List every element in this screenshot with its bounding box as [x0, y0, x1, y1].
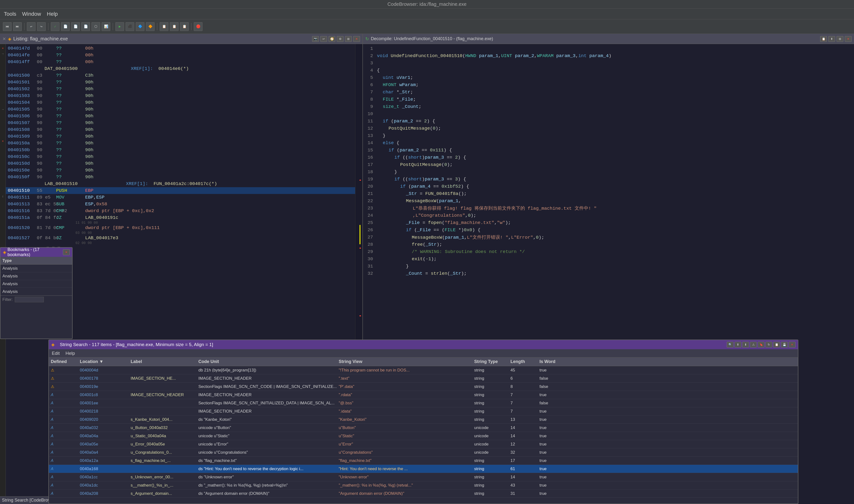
code-line-1[interactable]: 1 — [365, 45, 852, 52]
ss-row-16[interactable]: A 0040a208 s_Argument_domain... ds "Argu… — [49, 489, 798, 498]
code-line-23[interactable]: 23 L"恭喜你获得 flag! flag 将保存到当前文件夹下的 flag_m… — [365, 204, 852, 212]
nav-close2-icon[interactable]: ✕ — [1, 139, 5, 143]
code-line-12[interactable]: 12 PostQuitMessage(0); — [365, 125, 852, 132]
listing-split-btn[interactable]: ⊞ — [345, 36, 352, 42]
ss-row-14[interactable]: A 0040a1cc s_Unknown_error_00... ds "Unk… — [49, 473, 798, 481]
menu-help[interactable]: Help — [47, 11, 58, 17]
listing-row[interactable]: 00401506 90 ?? 90h — [6, 113, 355, 120]
toolbar-btn-doc2[interactable]: 📄 — [71, 22, 80, 31]
toolbar-btn-step2[interactable]: 🔶 — [146, 22, 155, 31]
listing-row[interactable]: 00401509 90 ?? 90h — [6, 133, 355, 140]
ss-row-1[interactable]: ⚠ 0040004d db 21h (byte[64]e_program[13]… — [49, 366, 798, 374]
toolbar-btn-doc3[interactable]: 📄 — [81, 22, 90, 31]
ss-btn-3[interactable]: ⬇ — [742, 342, 749, 347]
toolbar-btn-run[interactable]: ▶ — [115, 22, 124, 31]
nav-arrow-icon[interactable]: → — [1, 52, 5, 56]
code-line-7[interactable]: 7 char *_Str; — [365, 89, 852, 96]
code-line-20[interactable]: 20 if (param_4 == 0x1bf52) { — [365, 183, 852, 190]
listing-row[interactable]: 00401507 90 ?? 90h — [6, 120, 355, 126]
decompile-snap-btn[interactable]: 📋 — [820, 36, 827, 42]
code-line-19[interactable]: 19 if ((short)param_3 == 3) { — [365, 176, 852, 183]
code-line-25[interactable]: 25 _File = fopen("flag_machine.txt","w")… — [365, 219, 852, 227]
code-line-29[interactable]: 29 /* WARNING: Subroutine does not retur… — [365, 248, 852, 255]
code-line-2[interactable]: 2 void UndefinedFunction_00401510(HWND p… — [365, 52, 852, 59]
listing-row[interactable]: 00401508 90 ?? 90h — [6, 126, 355, 133]
ss-row-2[interactable]: ⚠ 00400178 IMAGE_SECTION_HE... IMAGE_SEC… — [49, 374, 798, 383]
listing-snap-btn[interactable]: 📷 — [312, 36, 319, 42]
listing-restore-btn[interactable]: ↩ — [320, 36, 327, 42]
toolbar-btn-more[interactable]: 📋 — [160, 22, 168, 31]
ss-btn-2[interactable]: ⬆ — [734, 342, 741, 347]
code-line-17[interactable]: 17 PostQuitMessage(0); — [365, 161, 852, 168]
code-line-21[interactable]: 21 _Str = FUN_00401f8a(); — [365, 190, 852, 197]
listing-settings-btn[interactable]: ⚙ — [337, 36, 343, 42]
code-line-14[interactable]: 14 else { — [365, 139, 852, 147]
ss-menu-help[interactable]: Help — [66, 351, 75, 356]
bm-close-btn[interactable]: ✕ — [63, 249, 70, 255]
listing-row[interactable]: 00401500 c3 ?? C3h — [6, 72, 355, 79]
ss-row-6[interactable]: A 00400218 IMAGE_SECTION_HEADER ".idata"… — [49, 407, 798, 415]
ss-row-9[interactable]: A 0040a04a u_Static_0040a04a unicode u"S… — [49, 432, 798, 440]
ss-row-8[interactable]: A 0040a032 u_Button_0040a032 unicode u"B… — [49, 424, 798, 432]
code-line-24[interactable]: 24 ,L"Congratulations",0); — [365, 212, 852, 219]
ss-btn-export[interactable]: 📋 — [773, 342, 780, 347]
toolbar-btn-check[interactable]: ✓ — [51, 22, 59, 31]
menu-window[interactable]: Window — [22, 11, 41, 17]
code-line-6[interactable]: 6 HFONT wParam; — [365, 81, 852, 89]
bookmarks-row-3[interactable]: Analysis — [0, 280, 72, 288]
nav-close-icon[interactable]: ✕ — [1, 46, 5, 50]
decompile-split-btn[interactable]: ⊞ — [837, 36, 843, 42]
listing-row[interactable]: 0040150a 90 ?? 90h — [6, 140, 355, 147]
listing-row[interactable]: 0040150e 90 ?? 90h — [6, 167, 355, 174]
listing-row[interactable]: 0040150b 90 ?? 90h — [6, 147, 355, 153]
ss-btn-4[interactable]: ⚠ — [750, 342, 757, 347]
listing-row[interactable]: 00401503 90 ?? 90h — [6, 92, 355, 99]
ss-row-15[interactable]: A 0040a1dc s__matherr()_%s_in_... ds "_m… — [49, 481, 798, 489]
listing-row[interactable]: 004014fe 00 ?? 00h — [6, 52, 355, 58]
listing-row[interactable]: 0040150d 90 ?? 90h — [6, 160, 355, 167]
code-line-4[interactable]: 4 { — [365, 67, 852, 74]
decompile-export-btn[interactable]: ⬆ — [829, 36, 835, 42]
listing-dat-label[interactable]: DAT_00401500 XREF[1]: 004014e6(*) — [6, 65, 355, 72]
listing-row[interactable]: 004014ff 00 ?? 00h — [6, 58, 355, 65]
code-line-30[interactable]: 30 exit(-1); — [365, 255, 852, 263]
code-line-8[interactable]: 8 FILE *_File; — [365, 96, 852, 103]
bookmarks-row-4[interactable]: Analysis — [0, 288, 72, 295]
ss-btn-1[interactable]: 🔍 — [727, 342, 733, 347]
listing-row[interactable]: 0040150c 90 ?? 90h — [6, 153, 355, 160]
code-line-11[interactable]: 11 if (param_2 == 2) { — [365, 118, 852, 125]
decompile-close-btn[interactable]: ✕ — [845, 36, 852, 42]
code-line-26[interactable]: 26 if (_File == (FILE *)0x0) { — [365, 227, 852, 234]
toolbar-btn-undo[interactable]: ↩ — [27, 22, 36, 31]
ss-menu-edit[interactable]: Edit — [52, 351, 60, 356]
listing-row-push[interactable]: 00401510 55 PUSH EBP — [6, 187, 355, 194]
ss-row-13-selected[interactable]: A 0040a168 ds "Hint: You don't need to r… — [49, 465, 798, 473]
listing-row[interactable]: 00401504 90 ?? 90h — [6, 99, 355, 106]
toolbar-btn-flag[interactable]: 🛑 — [194, 22, 202, 31]
bookmarks-row-1[interactable]: Analysis — [0, 265, 72, 272]
code-line-5[interactable]: 5 uint uVar1; — [365, 74, 852, 81]
code-line-22[interactable]: 22 MessageBoxW(param_1, — [365, 197, 852, 204]
ss-close-btn[interactable]: ✕ — [789, 342, 796, 347]
toolbar-btn-hex[interactable]: ⬡ — [91, 22, 100, 31]
listing-lab-label[interactable]: LAB_00401510 XREF[1]: FUN_00401a2c:00401… — [6, 180, 355, 187]
toolbar-btn-graph[interactable]: 📊 — [102, 22, 110, 31]
toolbar-btn-2[interactable]: ⏭ — [13, 22, 22, 31]
listing-row[interactable]: 00401505 90 ?? 90h — [6, 106, 355, 113]
code-line-27[interactable]: 27 MessageBoxW(param_1,L"文件打开错误! ",L"Err… — [365, 234, 852, 241]
code-line-32[interactable]: 32 _Count = strlen(_Str); — [365, 270, 852, 277]
code-line-13[interactable]: 13 } — [365, 132, 852, 139]
ss-col-location-header[interactable]: Location ▼ — [80, 359, 123, 364]
ss-row-3[interactable]: ⚠ 0040019e SectionFlags IMAGE_SCN_CNT_CO… — [49, 383, 798, 391]
listing-row[interactable]: 00401511 89 e5 MOV EBP,ESP — [6, 194, 355, 201]
ss-row-4[interactable]: A 004001c8 IMAGE_SECTION_HEADER IMAGE_SE… — [49, 391, 798, 399]
ss-row-12[interactable]: A 0040a12a s_flag_machine.txt_... ds "fl… — [49, 456, 798, 465]
listing-close-btn[interactable]: ✕ — [353, 36, 360, 42]
listing-row[interactable]: 0040151a 0f 84 fc JZ LAB_0040191c — [6, 214, 355, 221]
ss-row-7[interactable]: A 00409020 s_Kanbe_Kotori_004... ds "Kan… — [49, 415, 798, 424]
listing-row[interactable]: 00401527 0f 84 b6 JZ LAB_004017e3 — [6, 235, 355, 241]
nav-arrow2-icon[interactable]: → — [1, 107, 5, 112]
code-line-16[interactable]: 16 if ((short)param_3 == 2) { — [365, 154, 852, 161]
listing-row[interactable]: 00401520 81 7d 0c CMP dword ptr [EBP + 0… — [6, 224, 355, 231]
listing-row[interactable]: 00401502 90 ?? 90h — [6, 86, 355, 92]
